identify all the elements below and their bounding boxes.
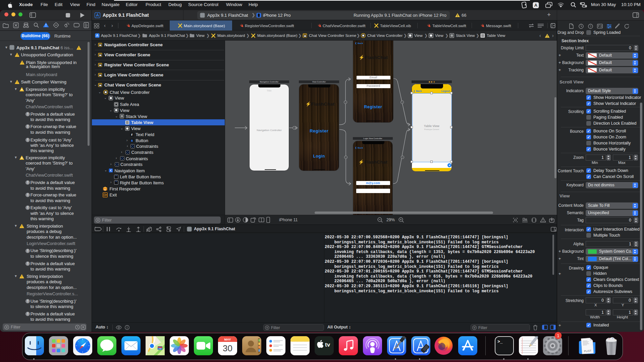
svg-text:PLIST: PLIST — [584, 349, 592, 353]
svg-text:?: ? — [590, 25, 591, 28]
svg-text:280: 280 — [158, 348, 162, 350]
svg-text:30: 30 — [223, 343, 232, 353]
svg-text:MAY: MAY — [224, 338, 231, 341]
svg-text:1: 1 — [557, 333, 559, 338]
svg-text:>_: >_ — [497, 339, 503, 344]
svg-text:F: F — [131, 133, 133, 136]
svg-text:tv: tv — [325, 342, 330, 348]
svg-text:01: 01 — [104, 189, 106, 191]
svg-text:A: A — [534, 3, 538, 8]
svg-text:B: B — [131, 139, 133, 142]
